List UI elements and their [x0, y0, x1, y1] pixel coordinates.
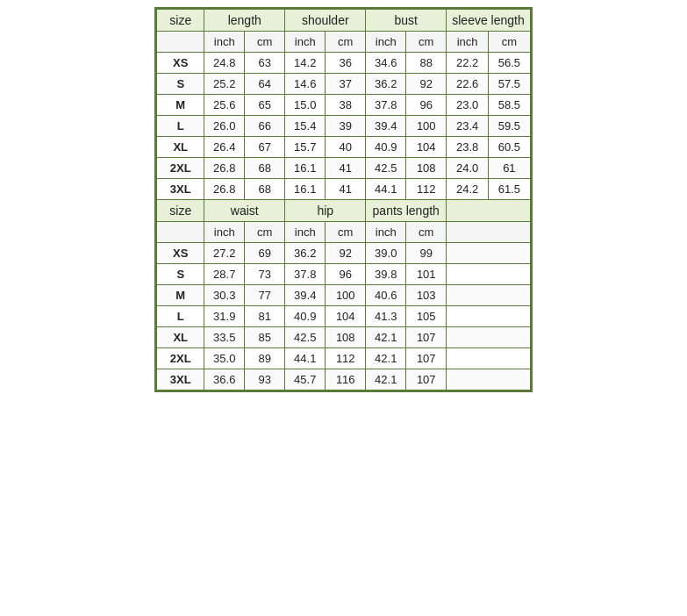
header-sleeve: sleeve length [447, 10, 531, 32]
size-chart-container: size length shoulder bust sleeve length … [154, 7, 533, 392]
table-row: 2XL 35.0 89 44.1 112 42.1 107 [157, 348, 531, 369]
table-row: M 25.6 65 15.0 38 37.8 96 23.0 58.5 [157, 95, 531, 116]
hip-inch-l: 40.9 [285, 306, 326, 327]
length-cm-2xl: 68 [245, 158, 285, 179]
shoulder-cm-2xl: 41 [326, 158, 366, 179]
pants-inch-xl: 42.1 [366, 327, 406, 348]
length-inch-xl: 26.4 [204, 137, 245, 158]
subheader-length-inch: inch [204, 32, 245, 53]
shoulder-cm-xl: 40 [326, 137, 366, 158]
subheader2-pants-cm: cm [406, 222, 447, 243]
waist-inch-m: 30.3 [204, 285, 245, 306]
bust-inch-xs: 34.6 [366, 53, 406, 74]
header-shoulder: shoulder [285, 10, 366, 32]
bust-inch-s: 36.2 [366, 74, 406, 95]
bust-cm-xs: 88 [406, 53, 447, 74]
pants-cm-3xl: 107 [406, 369, 447, 390]
bust-inch-3xl: 44.1 [366, 179, 406, 200]
pants-cm-xs: 99 [406, 243, 447, 264]
subheader-sleeve-cm: cm [488, 32, 530, 53]
size2-l: L [157, 306, 204, 327]
table-row: 2XL 26.8 68 16.1 41 42.5 108 24.0 61 [157, 158, 531, 179]
table2-header-row: size waist hip pants length [157, 200, 531, 222]
shoulder-inch-xl: 15.7 [285, 137, 326, 158]
bust-cm-s: 92 [406, 74, 447, 95]
hip-inch-s: 37.8 [285, 264, 326, 285]
subheader2-hip-inch: inch [285, 222, 326, 243]
shoulder-cm-l: 39 [326, 116, 366, 137]
subheader-length-cm: cm [245, 32, 285, 53]
hip-cm-m: 100 [326, 285, 366, 306]
empty2-l [447, 306, 531, 327]
length-inch-2xl: 26.8 [204, 158, 245, 179]
subheader-sleeve-inch: inch [447, 32, 489, 53]
pants-cm-2xl: 107 [406, 348, 447, 369]
size2-xl: XL [157, 327, 204, 348]
table-row: XS 27.2 69 36.2 92 39.0 99 [157, 243, 531, 264]
hip-inch-xl: 42.5 [285, 327, 326, 348]
table-row: XS 24.8 63 14.2 36 34.6 88 22.2 56.5 [157, 53, 531, 74]
shoulder-inch-m: 15.0 [285, 95, 326, 116]
header2-size: size [157, 200, 204, 222]
length-inch-xs: 24.8 [204, 53, 245, 74]
header-bust: bust [366, 10, 447, 32]
bust-cm-xl: 104 [406, 137, 447, 158]
length-cm-m: 65 [245, 95, 285, 116]
bust-cm-3xl: 112 [406, 179, 447, 200]
table-row: L 26.0 66 15.4 39 39.4 100 23.4 59.5 [157, 116, 531, 137]
sleeve-inch-s: 22.6 [447, 74, 489, 95]
size-s: S [157, 74, 204, 95]
length-inch-s: 25.2 [204, 74, 245, 95]
size-table-1: size length shoulder bust sleeve length … [156, 9, 531, 390]
empty2-2xl [447, 348, 531, 369]
header2-waist: waist [204, 200, 285, 222]
hip-inch-m: 39.4 [285, 285, 326, 306]
size-xs: XS [157, 53, 204, 74]
waist-cm-xl: 85 [245, 327, 285, 348]
sleeve-cm-2xl: 61 [488, 158, 530, 179]
bust-inch-l: 39.4 [366, 116, 406, 137]
waist-inch-s: 28.7 [204, 264, 245, 285]
waist-cm-xs: 69 [245, 243, 285, 264]
size-l: L [157, 116, 204, 137]
table-row: 3XL 26.8 68 16.1 41 44.1 112 24.2 61.5 [157, 179, 531, 200]
size-m: M [157, 95, 204, 116]
sleeve-inch-xs: 22.2 [447, 53, 489, 74]
subheader-bust-inch: inch [366, 32, 406, 53]
table-row: S 25.2 64 14.6 37 36.2 92 22.6 57.5 [157, 74, 531, 95]
length-cm-s: 64 [245, 74, 285, 95]
shoulder-inch-l: 15.4 [285, 116, 326, 137]
pants-inch-l: 41.3 [366, 306, 406, 327]
size-xl: XL [157, 137, 204, 158]
waist-inch-l: 31.9 [204, 306, 245, 327]
table-row: M 30.3 77 39.4 100 40.6 103 [157, 285, 531, 306]
subheader2-empty2 [447, 222, 531, 243]
bust-cm-2xl: 108 [406, 158, 447, 179]
header-size: size [157, 10, 204, 32]
table-row: L 31.9 81 40.9 104 41.3 105 [157, 306, 531, 327]
waist-inch-3xl: 36.6 [204, 369, 245, 390]
sleeve-inch-m: 23.0 [447, 95, 489, 116]
hip-inch-xs: 36.2 [285, 243, 326, 264]
table2-subheader-row: inch cm inch cm inch cm [157, 222, 531, 243]
subheader-shoulder-inch: inch [285, 32, 326, 53]
header-length: length [204, 10, 285, 32]
subheader2-pants-inch: inch [366, 222, 406, 243]
empty2-xs [447, 243, 531, 264]
empty2-3xl [447, 369, 531, 390]
sleeve-cm-s: 57.5 [488, 74, 530, 95]
empty2-s [447, 264, 531, 285]
hip-cm-xl: 108 [326, 327, 366, 348]
hip-cm-l: 104 [326, 306, 366, 327]
waist-inch-2xl: 35.0 [204, 348, 245, 369]
pants-inch-s: 39.8 [366, 264, 406, 285]
table-row: XL 26.4 67 15.7 40 40.9 104 23.8 60.5 [157, 137, 531, 158]
hip-cm-s: 96 [326, 264, 366, 285]
shoulder-cm-3xl: 41 [326, 179, 366, 200]
length-inch-l: 26.0 [204, 116, 245, 137]
size2-xs: XS [157, 243, 204, 264]
hip-cm-2xl: 112 [326, 348, 366, 369]
bust-inch-2xl: 42.5 [366, 158, 406, 179]
subheader-shoulder-cm: cm [326, 32, 366, 53]
shoulder-inch-xs: 14.2 [285, 53, 326, 74]
